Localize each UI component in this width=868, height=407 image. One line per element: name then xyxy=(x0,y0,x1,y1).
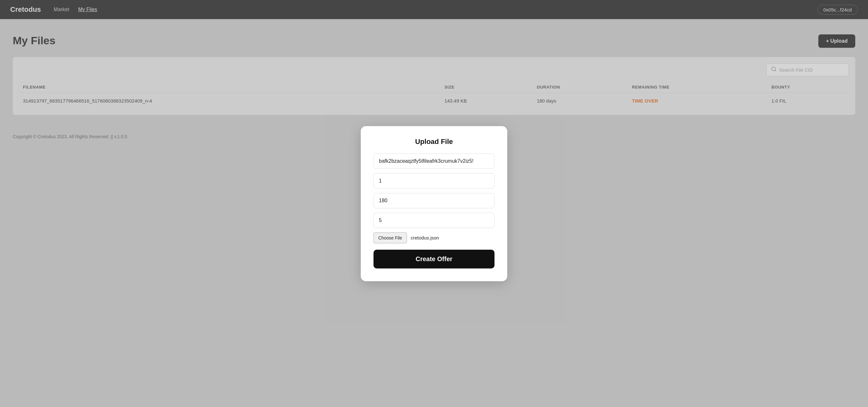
bounty-input[interactable] xyxy=(373,213,495,228)
modal-overlay: Upload File Choose File cretodus.json Cr… xyxy=(0,0,868,407)
duration-input[interactable] xyxy=(373,193,495,208)
file-input-row: Choose File cretodus.json xyxy=(373,232,495,243)
selected-file-label: cretodus.json xyxy=(411,235,439,241)
choose-file-button[interactable]: Choose File xyxy=(373,232,407,243)
create-offer-button[interactable]: Create Offer xyxy=(373,250,495,269)
upload-modal: Upload File Choose File cretodus.json Cr… xyxy=(361,126,507,281)
replicas-input[interactable] xyxy=(373,173,495,189)
cid-input[interactable] xyxy=(373,154,495,169)
modal-title: Upload File xyxy=(373,137,495,146)
